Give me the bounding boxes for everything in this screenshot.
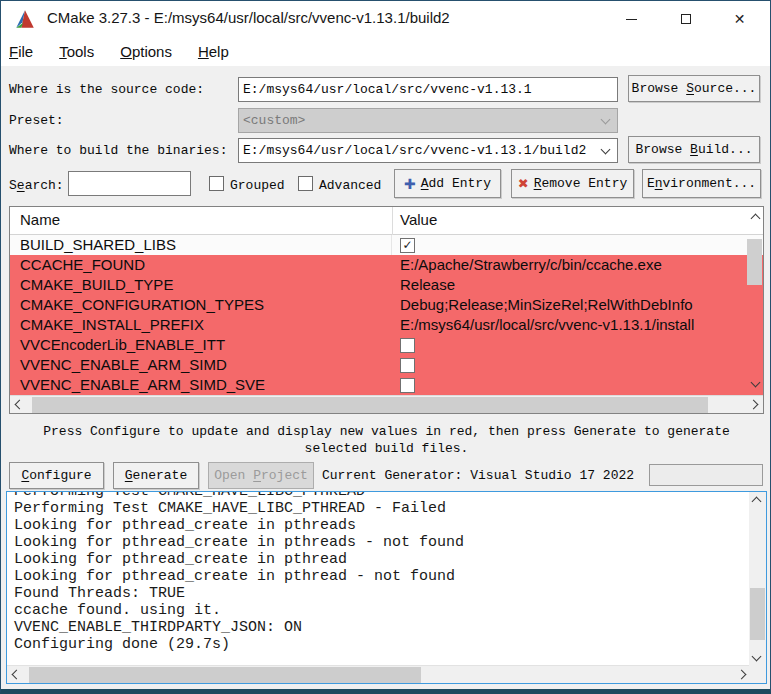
cmake-window: CMake 3.27.3 - E:/msys64/usr/local/src/v… — [0, 0, 771, 694]
cache-table: Name Value BUILD_SHARED_LIBS✓CCACHE_FOUN… — [9, 206, 764, 414]
log-hscrollbar-thumb[interactable] — [29, 667, 421, 683]
log-line: VVENC_ENABLE_THIRDPARTY_JSON: ON — [14, 619, 749, 636]
cache-entry-name[interactable]: BUILD_SHARED_LIBS — [10, 235, 392, 255]
browse-source-button[interactable]: Browse Source... — [628, 75, 760, 102]
cache-entry-value[interactable]: ✓ — [392, 235, 763, 255]
scroll-left-icon[interactable] — [12, 670, 22, 680]
maximize-icon — [681, 14, 691, 24]
minimize-icon — [626, 19, 637, 20]
remove-entry-button[interactable]: ✖ Remove Entry — [511, 169, 634, 198]
log-line: Configuring done (29.7s) — [14, 636, 749, 653]
log-vscrollbar[interactable] — [749, 492, 766, 665]
table-vscrollbar-thumb[interactable] — [747, 239, 762, 285]
output-log[interactable]: Performing Test CMAKE_HAVE_LIBC_PTHREADP… — [6, 491, 767, 684]
cache-entry-name[interactable]: VVENC_ENABLE_ARM_SIMD — [10, 355, 392, 375]
scrollbar-corner — [749, 665, 766, 683]
preset-label: Preset: — [9, 113, 64, 128]
menu-item-tools[interactable]: Tools — [59, 43, 94, 60]
source-code-input[interactable] — [238, 77, 618, 102]
table-row[interactable]: VVCEncoderLib_ENABLE_ITT — [10, 335, 763, 355]
cache-entry-value[interactable] — [392, 355, 763, 375]
cache-entry-name[interactable]: VVENC_ENABLE_ARM_SIMD_SVE — [10, 375, 392, 395]
maximize-button[interactable] — [663, 1, 708, 37]
table-row[interactable]: VVENC_ENABLE_ARM_SIMD — [10, 355, 763, 375]
table-hscrollbar[interactable] — [10, 395, 763, 413]
open-project-button: Open Project — [208, 462, 314, 489]
log-line: Looking for pthread_create in pthread — [14, 551, 749, 568]
build-dir-value: E:/msys64/usr/local/src/vvenc-v1.13.1/bu… — [243, 143, 586, 158]
cache-table-body: BUILD_SHARED_LIBS✓CCACHE_FOUNDE:/Apache/… — [10, 235, 763, 395]
cache-entry-name[interactable]: CMAKE_BUILD_TYPE — [10, 275, 392, 295]
chevron-down-icon — [601, 114, 611, 124]
log-line: Performing Test CMAKE_HAVE_LIBC_PTHREAD … — [14, 500, 749, 517]
menu-item-options[interactable]: Options — [120, 43, 172, 60]
minimize-button[interactable] — [609, 1, 654, 37]
cache-entry-value[interactable]: Debug;Release;MinSizeRel;RelWithDebInfo — [392, 295, 763, 315]
scroll-left-icon[interactable] — [15, 400, 25, 410]
cache-entry-name[interactable]: CMAKE_CONFIGURATION_TYPES — [10, 295, 392, 315]
advanced-checkbox[interactable] — [298, 176, 313, 191]
preset-value: <custom> — [243, 113, 305, 128]
window-title: CMake 3.27.3 - E:/msys64/usr/local/src/v… — [47, 9, 450, 26]
build-dir-label: Where to build the binaries: — [9, 143, 227, 158]
close-icon: ✕ — [734, 12, 746, 26]
cache-entry-value[interactable] — [392, 375, 763, 395]
cache-entry-value[interactable]: E:/Apache/Strawberry/c/bin/ccache.exe — [392, 255, 763, 275]
search-input[interactable] — [68, 171, 191, 196]
search-label: Search: — [9, 178, 64, 193]
menubar: File Tools Options Help — [1, 37, 770, 66]
log-hscrollbar[interactable] — [7, 665, 751, 683]
scroll-up-icon[interactable] — [752, 497, 762, 507]
table-row[interactable]: CMAKE_CONFIGURATION_TYPESDebug;Release;M… — [10, 295, 763, 315]
log-line: Looking for pthread_create in pthread - … — [14, 568, 749, 585]
scroll-right-icon[interactable] — [737, 670, 747, 680]
value-checkbox[interactable]: ✓ — [400, 238, 415, 253]
log-line: ccache found. using it. — [14, 602, 749, 619]
value-checkbox[interactable] — [400, 358, 415, 373]
source-code-label: Where is the source code: — [9, 82, 204, 97]
table-row[interactable]: CMAKE_BUILD_TYPERelease — [10, 275, 763, 295]
cache-entry-name[interactable]: CMAKE_INSTALL_PREFIX — [10, 315, 392, 335]
menu-item-file[interactable]: File — [9, 43, 33, 60]
preset-combobox: <custom> — [238, 108, 618, 133]
generator-label: Current Generator: Visual Studio 17 2022 — [322, 468, 634, 483]
close-button[interactable]: ✕ — [717, 1, 762, 37]
cache-entry-value[interactable]: Release — [392, 275, 763, 295]
cache-entry-name[interactable]: VVCEncoderLib_ENABLE_ITT — [10, 335, 392, 355]
cache-entry-value[interactable] — [392, 335, 763, 355]
table-row[interactable]: VVENC_ENABLE_ARM_SIMD_SVE — [10, 375, 763, 395]
table-hscrollbar-thumb[interactable] — [32, 397, 708, 413]
grouped-label[interactable]: Grouped — [230, 178, 285, 193]
log-lines: Performing Test CMAKE_HAVE_LIBC_PTHREADP… — [14, 492, 749, 653]
log-line: Found Threads: TRUE — [14, 585, 749, 602]
log-line: Looking for pthread_create in pthreads — [14, 517, 749, 534]
value-checkbox[interactable] — [400, 378, 415, 393]
scroll-right-icon[interactable] — [749, 400, 759, 410]
advanced-label[interactable]: Advanced — [319, 178, 381, 193]
table-row[interactable]: CMAKE_INSTALL_PREFIXE:/msys64/usr/local/… — [10, 315, 763, 335]
add-entry-button[interactable]: ✚ Add Entry — [394, 169, 501, 198]
menu-item-help[interactable]: Help — [198, 43, 229, 60]
browse-build-button[interactable]: Browse Build... — [628, 136, 760, 163]
chevron-down-icon[interactable] — [601, 144, 611, 154]
log-view[interactable]: Performing Test CMAKE_HAVE_LIBC_PTHREADP… — [7, 492, 749, 665]
hint-text: Press Configure to update and display ne… — [1, 423, 771, 457]
generate-button[interactable]: Generate — [113, 462, 199, 489]
scroll-down-icon[interactable] — [752, 652, 762, 662]
environment-button[interactable]: Environment... — [642, 169, 761, 198]
table-row[interactable]: BUILD_SHARED_LIBS✓ — [10, 235, 763, 255]
configure-button[interactable]: Configure — [9, 462, 104, 489]
column-divider[interactable] — [392, 207, 393, 235]
plus-icon: ✚ — [404, 177, 416, 191]
log-vscrollbar-thumb[interactable] — [750, 588, 765, 640]
table-row[interactable]: CCACHE_FOUNDE:/Apache/Strawberry/c/bin/c… — [10, 255, 763, 275]
cache-entry-name[interactable]: CCACHE_FOUND — [10, 255, 392, 275]
cache-entry-value[interactable]: E:/msys64/usr/local/src/vvenc-v1.13.1/in… — [392, 315, 763, 335]
value-checkbox[interactable] — [400, 338, 415, 353]
table-header-name[interactable]: Name — [20, 211, 60, 228]
build-dir-combobox[interactable]: E:/msys64/usr/local/src/vvenc-v1.13.1/bu… — [238, 138, 618, 163]
log-line: Performing Test CMAKE_HAVE_LIBC_PTHREAD — [14, 492, 749, 500]
table-header-value[interactable]: Value — [400, 211, 437, 228]
table-header: Name Value — [10, 207, 763, 235]
grouped-checkbox[interactable] — [209, 176, 224, 191]
